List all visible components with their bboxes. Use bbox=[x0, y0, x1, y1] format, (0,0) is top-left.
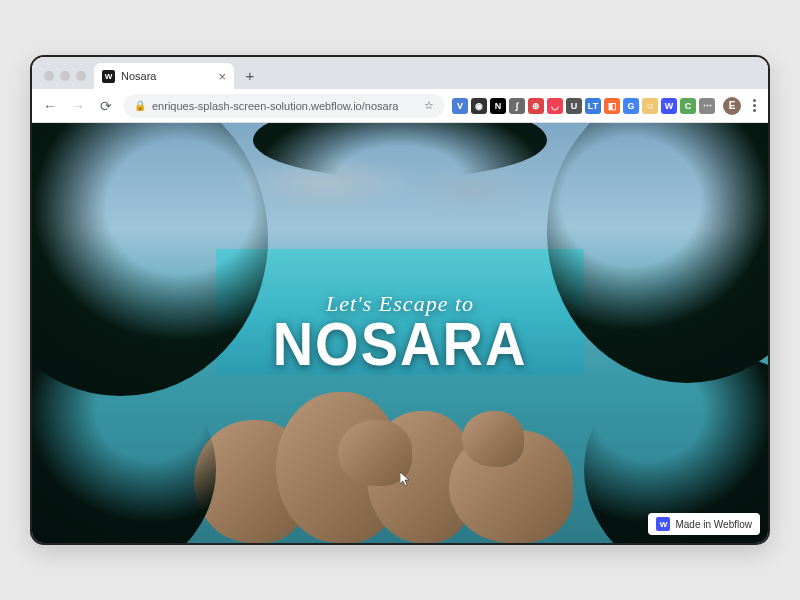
extension-icon-10[interactable]: ☺ bbox=[642, 98, 658, 114]
extension-icon-2[interactable]: N bbox=[490, 98, 506, 114]
minimize-dot[interactable] bbox=[60, 71, 70, 81]
window-controls bbox=[40, 71, 94, 89]
address-bar: ← → ⟳ 🔒 enriques-splash-screen-solution.… bbox=[32, 89, 768, 123]
reload-button[interactable]: ⟳ bbox=[96, 96, 116, 116]
close-icon[interactable]: × bbox=[218, 69, 226, 84]
tab-title: Nosara bbox=[121, 70, 156, 82]
lock-icon: 🔒 bbox=[134, 100, 146, 111]
extension-icon-1[interactable]: ◉ bbox=[471, 98, 487, 114]
extensions-tray: V◉N∫⊕◡ULT◧G☺WC⋯ bbox=[452, 98, 715, 114]
extension-icon-6[interactable]: U bbox=[566, 98, 582, 114]
menu-button[interactable] bbox=[749, 99, 760, 112]
extension-icon-12[interactable]: C bbox=[680, 98, 696, 114]
url-field[interactable]: 🔒 enriques-splash-screen-solution.webflo… bbox=[124, 94, 444, 118]
extension-icon-8[interactable]: ◧ bbox=[604, 98, 620, 114]
page-viewport: Let's Escape to NOSARA W Made in Webflow bbox=[32, 123, 768, 543]
new-tab-button[interactable]: + bbox=[238, 63, 262, 87]
browser-window: W Nosara × + ← → ⟳ 🔒 enriques-splash-scr… bbox=[30, 55, 770, 545]
forward-button[interactable]: → bbox=[68, 96, 88, 116]
bookmark-star-icon[interactable]: ☆ bbox=[424, 99, 434, 112]
maximize-dot[interactable] bbox=[76, 71, 86, 81]
webflow-badge[interactable]: W Made in Webflow bbox=[648, 513, 760, 535]
extension-icon-9[interactable]: G bbox=[623, 98, 639, 114]
hero-text: Let's Escape to NOSARA bbox=[32, 123, 768, 543]
extension-icon-5[interactable]: ◡ bbox=[547, 98, 563, 114]
profile-avatar[interactable]: E bbox=[723, 97, 741, 115]
extension-icon-11[interactable]: W bbox=[661, 98, 677, 114]
extension-icon-13[interactable]: ⋯ bbox=[699, 98, 715, 114]
extension-icon-4[interactable]: ⊕ bbox=[528, 98, 544, 114]
tab-bar: W Nosara × + bbox=[32, 57, 768, 89]
favicon-icon: W bbox=[102, 70, 115, 83]
extension-icon-0[interactable]: V bbox=[452, 98, 468, 114]
back-button[interactable]: ← bbox=[40, 96, 60, 116]
hero-title: NOSARA bbox=[273, 307, 528, 379]
webflow-icon: W bbox=[656, 517, 670, 531]
browser-tab[interactable]: W Nosara × bbox=[94, 63, 234, 89]
url-text: enriques-splash-screen-solution.webflow.… bbox=[152, 100, 398, 112]
close-dot[interactable] bbox=[44, 71, 54, 81]
badge-text: Made in Webflow bbox=[675, 519, 752, 530]
extension-icon-7[interactable]: LT bbox=[585, 98, 601, 114]
extension-icon-3[interactable]: ∫ bbox=[509, 98, 525, 114]
